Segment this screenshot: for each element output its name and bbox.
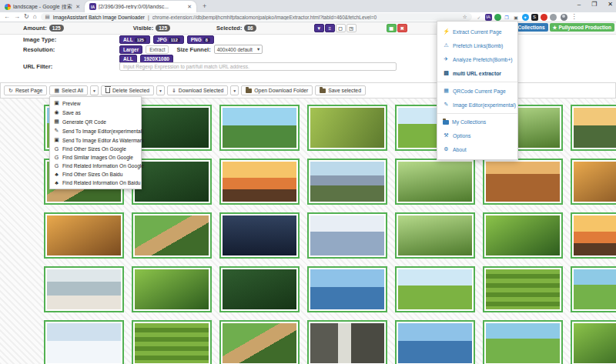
reload-icon[interactable]: ↻ [24, 14, 29, 20]
maximize-button[interactable]: ❐ [591, 1, 597, 8]
thumbnail-selected[interactable] [219, 266, 300, 312]
context-menu-item[interactable]: GFind Related Information On Google [50, 162, 141, 170]
context-menu-item[interactable]: ♣Find Other Sizes On Baidu [50, 170, 141, 179]
menu-item-qrcode-current-page[interactable]: ▦QRCode Current Page [437, 84, 517, 98]
reset-page-button[interactable]: ↻Reset Page [4, 85, 47, 95]
menu-item-about[interactable]: ⚙About [437, 142, 517, 156]
back-icon[interactable]: ← [4, 14, 10, 20]
thumbnail-selected[interactable] [571, 266, 616, 312]
context-menu-item[interactable]: ♣Find Related Information On Baidu [50, 179, 141, 187]
tab-close-icon[interactable]: ✕ [75, 4, 80, 10]
url-filter-input[interactable]: Input Regexp Expression to part/full mat… [119, 62, 397, 71]
thumbnail-selected[interactable] [571, 159, 616, 205]
wrench-icon: ⚒ [443, 132, 450, 139]
pullywood-production-button[interactable]: ★Pullywood Production [550, 23, 614, 32]
context-menu-item[interactable]: ◉Save as [50, 108, 141, 117]
extract-button[interactable]: Extract [146, 45, 169, 54]
thumbnail-selected[interactable] [44, 266, 124, 312]
context-menu-item[interactable]: ▣Preview [50, 99, 141, 108]
browser-tab-image-extractor[interactable]: IA [2/396/396-retry:0/0]/landsc... ✕ [85, 1, 196, 12]
thumbnail-selected[interactable] [132, 212, 212, 259]
menu-item-image-editor-experimental-[interactable]: ✎Image Editor(experimental) [437, 98, 517, 112]
adblock-icon[interactable] [541, 14, 547, 21]
thumbnail-selected[interactable] [483, 212, 563, 259]
forward-icon[interactable]: → [14, 14, 20, 20]
bookmark-star-icon[interactable]: ☆ [463, 14, 467, 20]
browser-tab-google-search[interactable]: landscape - Google 搜索 ✕ [0, 1, 85, 12]
thumbnail-selected[interactable] [395, 266, 475, 312]
dark-s-icon[interactable]: S [531, 14, 538, 21]
thumbnail-selected[interactable] [219, 159, 300, 205]
menu-item-extract-current-page[interactable]: ⚡Extract Current Page [437, 25, 517, 38]
thumbnail-selected[interactable] [219, 212, 300, 259]
image-type-png-button[interactable]: PNG8 [187, 35, 214, 44]
select-all-button[interactable]: ▦Select All [49, 85, 88, 95]
menu-item-my-collections[interactable]: My Collections [437, 115, 517, 129]
copy-pages-icon[interactable]: ❐ [504, 14, 511, 21]
thumbnail-selected[interactable] [132, 105, 212, 151]
bird-icon[interactable]: ✦ [522, 14, 529, 21]
context-menu-item[interactable]: ✎Send To Image Editor(experimental) [50, 126, 141, 135]
select-all-button-dropdown-caret[interactable]: ▼ [90, 85, 99, 95]
menu-item-analyze-prefetch-bomb-[interactable]: ✈Analyze Prefetch(Bomb+) [437, 52, 517, 66]
delete-selected-button-dropdown-caret[interactable]: ▼ [156, 85, 165, 95]
grid-view-button[interactable]: ▦ [387, 24, 397, 32]
delete-selected-button[interactable]: Delete Selected [101, 85, 154, 95]
thumbnail-selected[interactable] [307, 212, 387, 259]
thumbnail-selected[interactable] [132, 320, 212, 364]
thumbnail-selected[interactable] [219, 105, 300, 151]
thumbnail-selected[interactable] [307, 159, 387, 205]
menu-item-prefetch-links-bomb-[interactable]: ⚠Prefetch Links(Bomb) [437, 38, 517, 52]
context-menu-item[interactable]: ▦Generate QR Code [50, 117, 141, 126]
thumbnail-selected[interactable] [44, 320, 124, 364]
open-download-folder-button[interactable]: Open Download Folder [241, 85, 313, 95]
larger-button[interactable]: Larger [119, 45, 142, 54]
menu-item-multi-url-extractor[interactable]: ▤multi URL extractor [437, 66, 517, 80]
new-tab-button[interactable]: + [196, 2, 213, 10]
home-icon[interactable]: ⌂ [33, 14, 37, 20]
check-icon[interactable]: ✓ [476, 14, 483, 21]
thumbnail-selected[interactable] [307, 266, 387, 312]
thumbnail-selected[interactable] [395, 212, 475, 259]
tab-close-icon[interactable]: ✕ [187, 4, 192, 10]
image-type-jpg-button[interactable]: JPG112 [153, 35, 184, 44]
thumbnail-selected[interactable] [307, 320, 387, 364]
photos-icon[interactable]: ▣ [513, 14, 520, 21]
context-menu-item[interactable]: GFind Similar Images On Google [50, 153, 141, 162]
image-assistant-icon[interactable]: IA [485, 14, 492, 21]
list-view-button[interactable]: ≡ [325, 24, 335, 32]
thumbnail-selected[interactable] [571, 320, 616, 364]
thumbnail-selected[interactable] [483, 266, 563, 312]
thumbnail-selected[interactable] [395, 320, 475, 364]
close-button[interactable]: ✕ [608, 1, 613, 8]
thumbnail-selected[interactable] [571, 105, 616, 151]
thumbnail-selected[interactable] [483, 320, 563, 364]
thumbnail-selected[interactable] [44, 212, 124, 259]
omnibox[interactable]: ▤ ImageAssistant Batch Image Downloader … [41, 13, 472, 21]
size-funnel-select[interactable]: 400x400 default ▾ [214, 45, 263, 54]
gray-dot-icon[interactable] [550, 14, 557, 21]
menu-item-options[interactable]: ⚒Options [437, 129, 517, 142]
download-selected-button-dropdown-caret[interactable]: ▼ [230, 85, 239, 95]
context-menu-item[interactable]: ▣Send To Image Editor As Watermark [50, 135, 141, 145]
landscape-photo-canyon [486, 162, 560, 202]
minimize-button[interactable]: – [578, 1, 581, 8]
baidu-icon: ♣ [53, 172, 60, 177]
chrome-menu-icon[interactable]: ⋮ [571, 14, 578, 20]
thumbnail-selected[interactable] [132, 266, 212, 312]
thumbnail-selected[interactable] [307, 105, 387, 151]
green-dot-icon[interactable] [494, 14, 501, 21]
image-type-all-button[interactable]: ALL125 [119, 35, 150, 44]
close-panel-button[interactable]: ✖ [397, 24, 407, 32]
page-mode-button[interactable]: ▢ [336, 24, 346, 32]
download-selected-button[interactable]: ⇓Download Selected [167, 85, 228, 95]
thumbnail-selected[interactable] [483, 159, 563, 205]
thumbnail-selected[interactable] [571, 212, 616, 259]
filter-toggle-button[interactable]: ▼ [314, 24, 324, 32]
thumbnail-selected[interactable] [395, 159, 475, 205]
profile-avatar[interactable] [561, 14, 567, 21]
locate-button[interactable]: ◳ [346, 24, 357, 32]
save-selected-button[interactable]: Save selected [315, 85, 366, 95]
context-menu-item[interactable]: GFind Other Sizes On Google [50, 145, 141, 153]
thumbnail-selected[interactable] [219, 320, 300, 364]
